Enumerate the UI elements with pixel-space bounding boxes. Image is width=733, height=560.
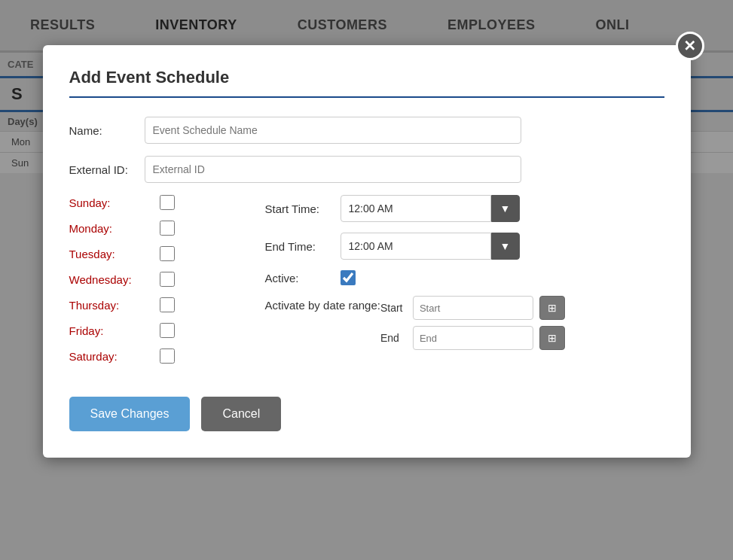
day-thursday-label: Thursday: xyxy=(69,299,160,312)
chevron-down-icon-2: ▼ xyxy=(500,240,511,252)
day-saturday-checkbox[interactable] xyxy=(160,348,175,364)
start-time-input[interactable] xyxy=(341,195,491,222)
start-time-dropdown-btn[interactable]: ▼ xyxy=(491,195,520,222)
start-time-wrapper: ▼ xyxy=(341,195,520,222)
day-friday-row: Friday: xyxy=(69,323,235,338)
day-saturday-row: Saturday: xyxy=(69,348,235,364)
day-tuesday-row: Tuesday: xyxy=(69,246,235,261)
day-sunday-row: Sunday: xyxy=(69,195,235,210)
day-wednesday-row: Wednesday: xyxy=(69,272,235,287)
end-time-dropdown-btn[interactable]: ▼ xyxy=(491,233,520,260)
right-column: Start Time: ▼ End Time: ▼ xyxy=(265,195,664,374)
start-date-calendar-btn[interactable]: ⊞ xyxy=(539,296,565,320)
start-date-row: Start ⊞ xyxy=(380,296,565,320)
start-time-label: Start Time: xyxy=(265,202,341,215)
end-time-label: End Time: xyxy=(265,240,341,253)
end-time-row: End Time: ▼ xyxy=(265,233,664,260)
day-tuesday-label: Tuesday: xyxy=(69,248,160,260)
start-date-input[interactable] xyxy=(413,296,533,320)
day-monday-checkbox[interactable] xyxy=(160,221,175,236)
day-thursday-row: Thursday: xyxy=(69,297,235,312)
name-label: Name: xyxy=(69,124,145,137)
end-date-sublabel: End xyxy=(380,332,407,344)
end-time-input[interactable] xyxy=(341,233,491,260)
external-id-input[interactable] xyxy=(145,156,521,183)
date-range-fields: Start ⊞ End ⊞ xyxy=(380,296,565,350)
day-sunday-label: Sunday: xyxy=(69,196,160,209)
start-time-row: Start Time: ▼ xyxy=(265,195,664,222)
modal-overlay: ✕ Add Event Schedule Name: External ID: … xyxy=(0,0,733,560)
day-monday-row: Monday: xyxy=(69,221,235,236)
save-changes-button[interactable]: Save Changes xyxy=(69,397,191,431)
active-label: Active: xyxy=(265,272,341,285)
day-monday-label: Monday: xyxy=(69,222,160,235)
calendar-icon-2: ⊞ xyxy=(548,332,557,344)
end-time-wrapper: ▼ xyxy=(341,233,520,260)
modal-divider xyxy=(69,96,664,98)
calendar-icon: ⊞ xyxy=(548,302,557,314)
end-date-calendar-btn[interactable]: ⊞ xyxy=(539,326,565,350)
active-checkbox[interactable] xyxy=(341,270,356,285)
days-column: Sunday: Monday: Tuesday: Wednesday: Thur… xyxy=(69,195,235,374)
date-range-row: Activate by date range: Start ⊞ End xyxy=(265,296,664,350)
day-friday-checkbox[interactable] xyxy=(160,323,175,338)
date-range-label: Activate by date range: xyxy=(265,296,380,312)
day-thursday-checkbox[interactable] xyxy=(160,297,175,312)
start-date-sublabel: Start xyxy=(380,302,407,314)
modal-close-button[interactable]: ✕ xyxy=(676,32,704,60)
day-sunday-checkbox[interactable] xyxy=(160,195,175,210)
day-tuesday-checkbox[interactable] xyxy=(160,246,175,261)
active-row: Active: xyxy=(265,270,664,285)
modal-footer: Save Changes Cancel xyxy=(69,397,664,431)
day-friday-label: Friday: xyxy=(69,324,160,337)
end-date-input[interactable] xyxy=(413,326,533,350)
add-event-schedule-modal: ✕ Add Event Schedule Name: External ID: … xyxy=(43,45,691,458)
day-wednesday-checkbox[interactable] xyxy=(160,272,175,287)
external-id-label: External ID: xyxy=(69,163,145,176)
modal-title: Add Event Schedule xyxy=(69,68,664,87)
chevron-down-icon: ▼ xyxy=(500,202,511,215)
day-wednesday-label: Wednesday: xyxy=(69,273,160,286)
cancel-button[interactable]: Cancel xyxy=(201,397,281,431)
day-saturday-label: Saturday: xyxy=(69,350,160,363)
name-input[interactable] xyxy=(145,117,521,144)
end-date-row: End ⊞ xyxy=(380,326,565,350)
external-id-row: External ID: xyxy=(69,156,664,183)
name-row: Name: xyxy=(69,117,664,144)
two-col-section: Sunday: Monday: Tuesday: Wednesday: Thur… xyxy=(69,195,664,374)
